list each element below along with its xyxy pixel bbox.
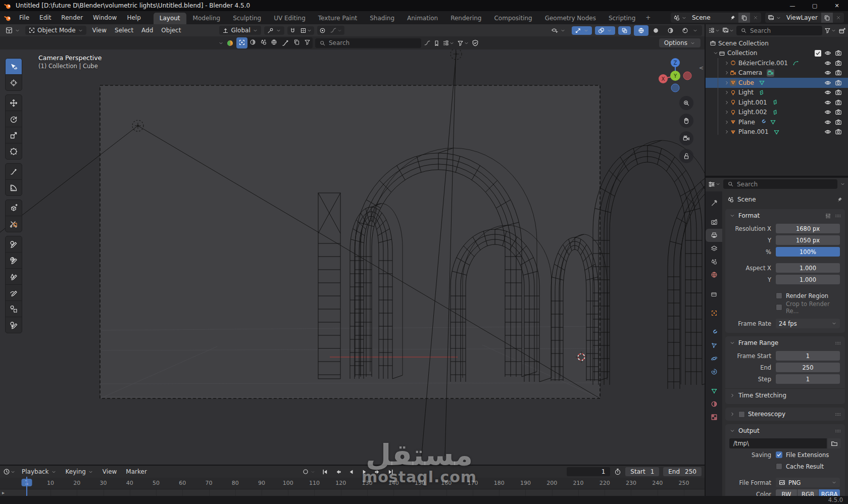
new-collection-icon[interactable]	[838, 27, 845, 34]
tool-paint-world[interactable]	[5, 252, 22, 269]
orientation-selector[interactable]: Global	[219, 26, 261, 35]
tab-texture-paint[interactable]: Texture Paint	[312, 13, 363, 24]
tab-sculpting[interactable]: Sculpting	[227, 13, 267, 24]
channel-expander[interactable]: ▸	[2, 490, 5, 495]
play-reverse-button[interactable]	[345, 467, 357, 477]
visibility-eye-icon[interactable]	[824, 119, 831, 126]
drag-dots-icon[interactable]	[834, 428, 841, 434]
value-field[interactable]: 1.000	[776, 275, 840, 284]
expand-icon[interactable]	[729, 411, 735, 417]
properties-tab-modifiers[interactable]	[706, 326, 722, 339]
visibility-eye-icon[interactable]	[824, 79, 831, 86]
falloff-icon[interactable]	[424, 39, 431, 46]
expand-icon[interactable]	[724, 70, 730, 76]
properties-tab-texture[interactable]	[706, 411, 722, 424]
xray-toggle[interactable]	[618, 26, 631, 35]
expand-icon[interactable]	[724, 80, 730, 86]
checkbox[interactable]	[776, 463, 782, 470]
expand-icon[interactable]	[724, 89, 730, 95]
tab-geometry-nodes[interactable]: Geometry Nodes	[539, 13, 602, 24]
minimize-button[interactable]: —	[781, 0, 804, 11]
properties-tab-material[interactable]	[706, 397, 722, 411]
brush-filter-toggle[interactable]	[279, 37, 291, 48]
asset-ball-icon[interactable]	[226, 39, 234, 47]
select-filter-toggle[interactable]	[236, 37, 247, 48]
visibility-eye-icon[interactable]	[824, 128, 831, 135]
checkbox[interactable]	[776, 304, 782, 311]
tool-paint-bulb[interactable]	[5, 317, 22, 333]
properties-tab-physics[interactable]	[706, 352, 722, 365]
viewport-menu-object[interactable]: Object	[157, 26, 185, 35]
filter-button[interactable]	[457, 40, 469, 46]
gizmos-toggle[interactable]	[572, 26, 592, 35]
jump-to-end-button[interactable]	[384, 467, 396, 477]
tool-paint-frame[interactable]	[5, 300, 22, 317]
chevron-down-icon[interactable]	[840, 181, 845, 187]
expand-icon[interactable]	[724, 109, 730, 115]
properties-tab-data[interactable]	[706, 384, 722, 397]
value-field[interactable]: 1.000	[776, 263, 840, 273]
tool-paint-curve[interactable]	[5, 284, 22, 301]
stereoscopy-checkbox[interactable]	[738, 411, 745, 418]
shading-wireframe-button[interactable]	[634, 25, 649, 36]
value-slider[interactable]: 100%	[776, 247, 840, 257]
collapse-icon[interactable]	[729, 213, 735, 219]
blender-menu-icon[interactable]	[4, 14, 12, 22]
new-scene-button[interactable]	[741, 15, 747, 21]
tool-add-cube[interactable]	[5, 199, 22, 216]
editor-type-button[interactable]	[3, 26, 23, 35]
time-stretching-subsection[interactable]: Time Stretching	[725, 388, 845, 400]
expand-icon[interactable]	[724, 99, 730, 106]
properties-tab-view-layer[interactable]	[706, 242, 722, 255]
tool-rotate[interactable]	[5, 111, 22, 127]
pin-icon[interactable]	[729, 15, 736, 21]
menu-window[interactable]: Window	[88, 13, 121, 23]
timeline-menu-keying[interactable]: Keying	[62, 467, 97, 476]
pin-icon[interactable]	[836, 196, 843, 203]
segment-rgb[interactable]: RGB	[797, 489, 819, 496]
render-visibility-icon[interactable]	[835, 119, 842, 126]
outliner-row-light-001[interactable]: Light.001	[706, 97, 848, 108]
render-visibility-icon[interactable]	[835, 79, 842, 86]
mode-selector[interactable]: Object Mode	[25, 26, 86, 35]
experimental-filter-toggle[interactable]	[302, 37, 313, 48]
properties-tab-particles[interactable]	[706, 339, 722, 352]
pie-filter-toggle[interactable]	[247, 37, 258, 48]
render-visibility-icon[interactable]	[835, 128, 842, 135]
display-mode-button[interactable]	[442, 40, 455, 46]
close-button[interactable]: ✕	[826, 0, 848, 11]
timeline-editor-type[interactable]	[3, 468, 16, 475]
timeline-ruler[interactable]: 1102030405060708090100110120130140150160…	[0, 478, 705, 489]
lock-view-button[interactable]	[679, 149, 693, 163]
outliner-row-plane[interactable]: Plane	[706, 117, 848, 127]
timeline-menu-marker[interactable]: Marker	[122, 467, 151, 476]
outliner-row-camera[interactable]: Camera	[706, 68, 848, 78]
drag-dots-icon[interactable]	[834, 340, 841, 346]
outliner-row-b-ziercircle-001[interactable]: BézierCircle.001	[706, 58, 848, 68]
menu-edit[interactable]: Edit	[35, 13, 56, 23]
visibility-eye-icon[interactable]	[824, 69, 831, 76]
properties-tab-tool[interactable]	[706, 196, 722, 210]
tab-uv-editing[interactable]: UV Editing	[268, 13, 312, 24]
drop-filter-toggle[interactable]	[258, 37, 269, 48]
tool-transform[interactable]	[5, 143, 22, 160]
pages-filter-toggle[interactable]	[291, 37, 302, 48]
viewlayer-selector[interactable]: ViewLayer	[765, 13, 844, 23]
menu-render[interactable]: Render	[57, 13, 87, 23]
play-button[interactable]	[358, 467, 370, 477]
value-field[interactable]: 1050 px	[776, 235, 840, 245]
render-visibility-icon[interactable]	[835, 49, 842, 57]
expand-icon[interactable]	[724, 129, 730, 135]
unlink-scene-button[interactable]	[753, 15, 759, 21]
segment-bw[interactable]: BW	[776, 489, 797, 496]
new-viewlayer-button[interactable]	[824, 15, 830, 21]
jump-to-start-button[interactable]	[319, 467, 331, 477]
remove-viewlayer-button[interactable]	[835, 15, 841, 21]
value-field[interactable]: 1	[776, 374, 840, 384]
visibility-eye-icon[interactable]	[824, 99, 831, 106]
outliner-row-scene-collection[interactable]: Scene Collection	[706, 38, 848, 48]
tool-paint-light[interactable]	[5, 236, 22, 253]
magnet-toggle[interactable]	[287, 26, 298, 35]
tool-measure[interactable]	[5, 179, 22, 196]
outliner-row-light[interactable]: Light	[706, 88, 848, 98]
